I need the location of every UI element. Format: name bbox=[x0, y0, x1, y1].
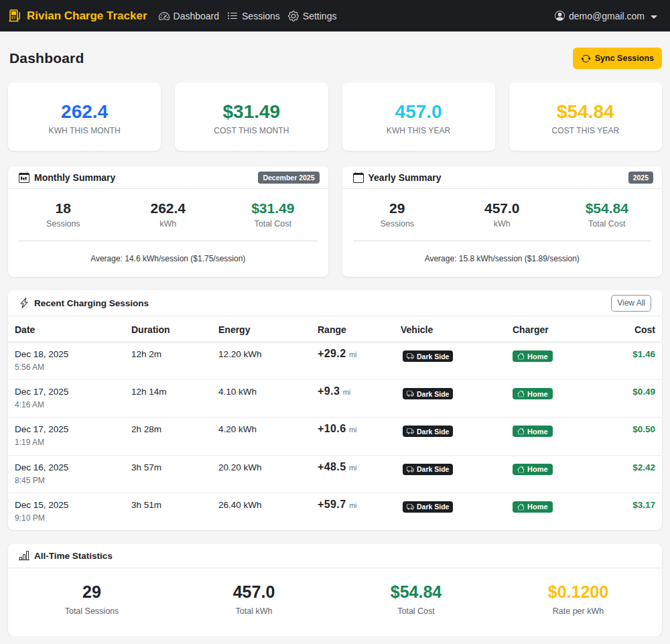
svg-text:EV: EV bbox=[11, 16, 16, 19]
